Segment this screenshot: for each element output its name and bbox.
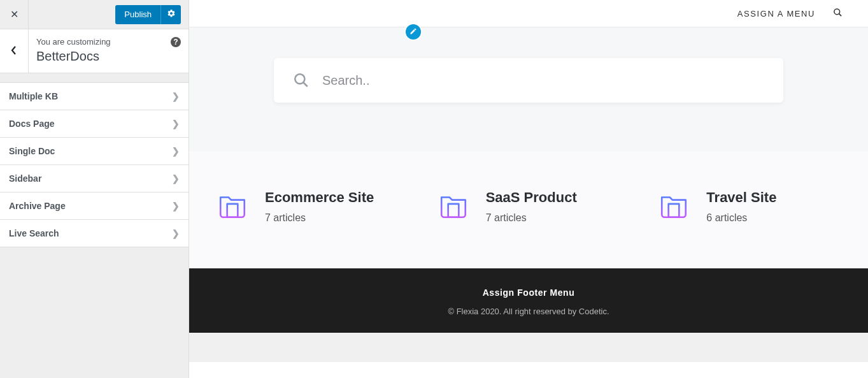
chevron-left-icon — [11, 45, 17, 57]
svg-point-0 — [834, 9, 840, 15]
category-count: 6 articles — [706, 212, 776, 224]
section-sidebar[interactable]: Sidebar ❯ — [0, 165, 189, 193]
site-preview: ASSIGN A MENU — [189, 0, 868, 378]
category-card-ecommerce[interactable]: Ecommerce Site 7 articles — [217, 189, 399, 224]
category-title: Travel Site — [706, 189, 776, 206]
section-label: Live Search — [9, 228, 59, 238]
panel-subtitle: You are customizing — [36, 37, 181, 47]
chevron-right-icon: ❯ — [172, 119, 180, 129]
panel-header: You are customizing BetterDocs ? — [0, 29, 189, 73]
category-title: Ecommerce Site — [265, 189, 374, 206]
category-card-travel[interactable]: Travel Site 6 articles — [658, 189, 841, 224]
section-label: Archive Page — [9, 201, 66, 211]
section-label: Multiple KB — [9, 91, 58, 101]
section-label: Single Doc — [9, 146, 55, 156]
chevron-right-icon: ❯ — [172, 228, 180, 238]
footer-assign-menu-link[interactable]: Assign Footer Menu — [189, 287, 868, 298]
search-bar[interactable] — [274, 58, 783, 103]
folder-doc-icon — [217, 189, 248, 221]
svg-line-3 — [303, 82, 308, 87]
search-icon — [293, 72, 309, 89]
topbar-search-button[interactable] — [833, 8, 843, 19]
section-archive-page[interactable]: Archive Page ❯ — [0, 193, 189, 220]
chevron-right-icon: ❯ — [172, 173, 180, 184]
section-list: Multiple KB ❯ Docs Page ❯ Single Doc ❯ S… — [0, 82, 189, 247]
help-icon: ? — [173, 38, 178, 47]
svg-point-2 — [295, 74, 304, 84]
publish-settings-button[interactable] — [160, 5, 181, 24]
pencil-icon — [409, 27, 417, 37]
publish-label: Publish — [124, 10, 152, 19]
help-button[interactable]: ? — [171, 37, 181, 47]
category-count: 7 articles — [486, 212, 577, 224]
categories-section: Ecommerce Site 7 articles SaaS Product — [189, 151, 868, 268]
back-button[interactable] — [0, 29, 29, 73]
close-icon: ✕ — [10, 8, 18, 20]
panel-meta: You are customizing BetterDocs ? — [29, 29, 189, 73]
section-label: Sidebar — [9, 173, 41, 184]
preview-spacer — [189, 333, 868, 362]
gear-icon — [167, 9, 176, 20]
assign-menu-link[interactable]: ASSIGN A MENU — [737, 9, 815, 18]
customizer-actions: ✕ Publish — [0, 0, 189, 29]
site-footer: Assign Footer Menu © Flexia 2020. All ri… — [189, 268, 868, 333]
chevron-right-icon: ❯ — [172, 146, 180, 156]
category-card-saas[interactable]: SaaS Product 7 articles — [438, 189, 620, 224]
footer-copyright: © Flexia 2020. All right reserved by Cod… — [189, 307, 868, 316]
section-multiple-kb[interactable]: Multiple KB ❯ — [0, 83, 189, 110]
search-hero — [189, 27, 868, 151]
section-label: Docs Page — [9, 119, 55, 129]
publish-button[interactable]: Publish — [115, 5, 160, 24]
close-customizer-button[interactable]: ✕ — [0, 0, 29, 29]
section-single-doc[interactable]: Single Doc ❯ — [0, 138, 189, 165]
publish-group: Publish — [115, 5, 181, 24]
folder-doc-icon — [658, 189, 690, 221]
customizer-sidebar: ✕ Publish You are customizing BetterDocs… — [0, 0, 189, 378]
folder-doc-icon — [438, 189, 469, 221]
category-title: SaaS Product — [486, 189, 577, 206]
search-icon — [833, 8, 843, 17]
section-live-search[interactable]: Live Search ❯ — [0, 220, 189, 247]
edit-shortcut-button[interactable] — [406, 24, 421, 40]
search-input[interactable] — [322, 73, 764, 88]
svg-line-1 — [839, 13, 841, 16]
category-count: 7 articles — [265, 212, 374, 224]
section-docs-page[interactable]: Docs Page ❯ — [0, 110, 189, 138]
site-topbar: ASSIGN A MENU — [189, 0, 868, 27]
panel-title: BetterDocs — [36, 49, 181, 64]
chevron-right-icon: ❯ — [172, 201, 180, 211]
chevron-right-icon: ❯ — [172, 91, 180, 101]
